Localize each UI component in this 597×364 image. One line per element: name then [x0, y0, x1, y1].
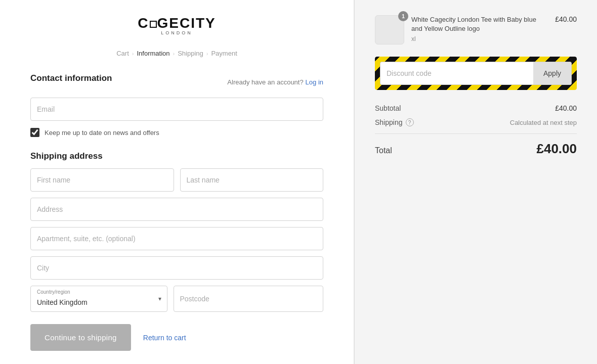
product-row: 1 White Cagecity London Tee with Baby bl… [375, 15, 577, 44]
logo-sub: LONDON [30, 30, 323, 35]
name-row [30, 168, 323, 192]
discount-section: Apply [375, 57, 577, 90]
breadcrumb-sep-3: › [206, 51, 208, 57]
actions-row: Continue to shipping Return to cart [30, 324, 323, 351]
discount-inner: Apply [380, 62, 572, 85]
product-quantity-badge: 1 [398, 11, 408, 21]
shipping-section: Shipping address Country/region United K… [30, 151, 323, 312]
total-row: Total £40.00 [375, 141, 577, 157]
country-wrapper: Country/region United Kingdom ▾ [30, 286, 167, 312]
last-name-input[interactable] [180, 168, 324, 192]
shipping-label: Shipping [375, 118, 403, 126]
shipping-row: Shipping ? Calculated at next step [375, 118, 577, 126]
newsletter-checkbox[interactable] [30, 128, 39, 137]
postcode-input[interactable] [174, 286, 324, 312]
product-image-wrapper: 1 [375, 15, 404, 44]
apartment-field-wrapper [30, 227, 323, 250]
logo: CGECITY [30, 15, 323, 31]
product-name: White Cagecity London Tee with Baby blue… [411, 15, 548, 33]
newsletter-row: Keep me up to date on news and offers [30, 128, 323, 137]
email-input[interactable] [30, 98, 323, 121]
order-summary-panel: 1 White Cagecity London Tee with Baby bl… [354, 0, 597, 364]
breadcrumb-information[interactable]: Information [137, 50, 169, 57]
product-variant: xl [411, 35, 548, 42]
address-field-wrapper [30, 198, 323, 221]
return-to-cart-link[interactable]: Return to cart [143, 334, 186, 342]
country-postcode-row: Country/region United Kingdom ▾ [30, 286, 323, 312]
apartment-input[interactable] [30, 227, 323, 250]
breadcrumb-shipping[interactable]: Shipping [178, 50, 203, 57]
subtotal-value: £40.00 [555, 104, 577, 112]
breadcrumb-payment[interactable]: Payment [211, 50, 237, 57]
summary-divider [375, 133, 577, 134]
product-info: White Cagecity London Tee with Baby blue… [411, 15, 548, 42]
shipping-title: Shipping address [30, 151, 323, 161]
contact-title: Contact information [30, 73, 112, 83]
hazard-border: Apply [375, 57, 577, 90]
product-price: £40.00 [555, 15, 577, 23]
already-account-text: Already have an account? [227, 78, 303, 86]
country-label: Country/region [37, 289, 70, 295]
shipping-value: Calculated at next step [510, 119, 577, 126]
newsletter-label: Keep me up to date on news and offers [45, 129, 159, 136]
breadcrumb-cart[interactable]: Cart [116, 50, 129, 57]
first-name-input[interactable] [30, 168, 174, 192]
logo-area: CGECITY LONDON [30, 15, 323, 35]
email-field-wrapper [30, 98, 323, 121]
total-value: £40.00 [536, 141, 577, 157]
continue-to-shipping-button[interactable]: Continue to shipping [30, 324, 131, 351]
breadcrumb-sep-2: › [173, 51, 175, 57]
checkout-form-panel: CGECITY LONDON Cart › Information › Ship… [0, 0, 354, 364]
breadcrumb-sep-1: › [132, 51, 134, 57]
country-select-box[interactable]: Country/region United Kingdom [30, 286, 167, 312]
subtotal-row: Subtotal £40.00 [375, 104, 577, 112]
city-field-wrapper [30, 256, 323, 280]
address-input[interactable] [30, 198, 323, 221]
apply-discount-button[interactable]: Apply [533, 62, 572, 85]
total-label: Total [375, 146, 392, 155]
shipping-help-icon[interactable]: ? [406, 118, 414, 126]
city-input[interactable] [30, 256, 323, 280]
subtotal-label: Subtotal [375, 104, 401, 112]
discount-code-input[interactable] [380, 62, 533, 85]
shipping-info: Shipping ? [375, 118, 414, 126]
breadcrumb: Cart › Information › Shipping › Payment [30, 50, 323, 57]
country-value: United Kingdom [37, 298, 88, 306]
login-link[interactable]: Log in [306, 78, 323, 86]
login-prompt: Already have an account? Log in [227, 78, 323, 86]
contact-header: Contact information Already have an acco… [30, 73, 323, 90]
